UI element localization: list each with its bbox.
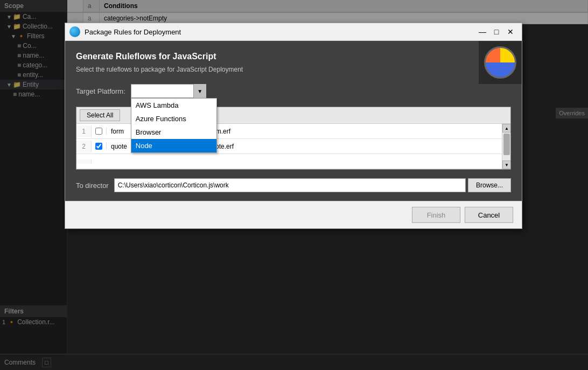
platform-row: Target Platform: ▼ AWS Lambda Azure Func…: [76, 84, 511, 98]
row-num-1: 1: [76, 125, 92, 137]
platform-dropdown: AWS Lambda Azure Functions Browser Node: [131, 98, 217, 153]
cancel-button[interactable]: Cancel: [465, 207, 513, 223]
dropdown-item-aws[interactable]: AWS Lambda: [131, 99, 216, 112]
modal-body: Generate Ruleflows for JavaScript Select…: [65, 41, 522, 201]
platform-input[interactable]: [131, 84, 206, 98]
finish-button[interactable]: Finish: [412, 207, 460, 223]
dropdown-item-browser[interactable]: Browser: [131, 125, 216, 139]
dropdown-item-azure[interactable]: Azure Functions: [131, 112, 216, 125]
scrollbar[interactable]: ▲ ▼: [502, 124, 510, 169]
app-icon-container: [479, 41, 522, 84]
row-path-form: /Forms/form.erf: [182, 125, 510, 137]
checkbox-quote[interactable]: [95, 143, 102, 150]
dir-label: To director: [76, 181, 109, 190]
directory-row: To director Browse...: [76, 178, 511, 192]
dropdown-item-node[interactable]: Node: [131, 139, 216, 152]
modal-heading: Generate Ruleflows for JavaScript: [76, 52, 511, 61]
platform-label: Target Platform:: [76, 87, 125, 95]
row-path-quote: /Forms/quote.erf: [182, 141, 510, 152]
modal-title-icon: [69, 26, 80, 37]
row-checkbox-2[interactable]: [92, 143, 107, 150]
scroll-up-button[interactable]: ▲: [502, 124, 510, 132]
minimize-button[interactable]: —: [475, 26, 489, 37]
close-button[interactable]: ✕: [503, 26, 517, 37]
modal-title: Package Rules for Deployment: [85, 28, 475, 36]
row-checkbox-1[interactable]: [92, 128, 107, 135]
select-all-button[interactable]: Select All: [80, 109, 120, 121]
row-num-empty: [76, 159, 92, 164]
checkbox-form[interactable]: [95, 128, 102, 135]
scrollbar-thumb[interactable]: [503, 134, 510, 155]
scroll-down-button[interactable]: ▼: [502, 160, 510, 169]
platform-select-container: ▼ AWS Lambda Azure Functions Browser Nod…: [131, 84, 206, 98]
browse-button[interactable]: Browse...: [468, 178, 511, 192]
app-icon: [484, 46, 516, 79]
modal-footer: Finish Cancel: [65, 201, 522, 228]
modal-subtitle: Select the ruleflows to package for Java…: [76, 66, 511, 73]
modal-dialog: Package Rules for Deployment — □ ✕ Gener…: [65, 23, 522, 229]
modal-titlebar: Package Rules for Deployment — □ ✕: [65, 23, 522, 41]
maximize-button[interactable]: □: [489, 26, 503, 37]
row-num-2: 2: [76, 141, 92, 152]
ruleflow-row-empty-1: [76, 154, 510, 169]
dir-input[interactable]: [114, 178, 466, 192]
